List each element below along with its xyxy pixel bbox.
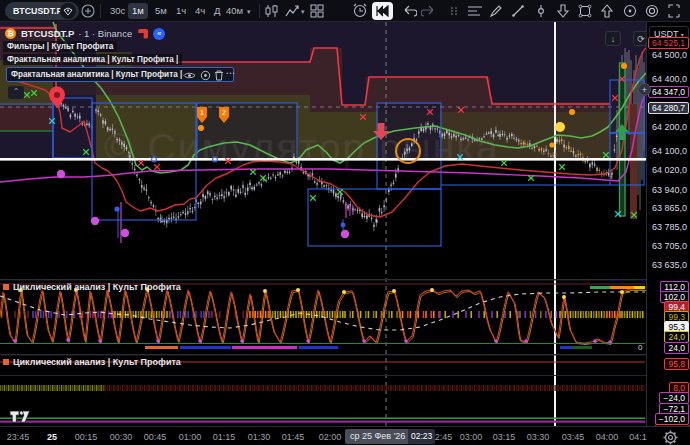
svg-text:2: 2 <box>222 109 226 116</box>
svg-text:1: 1 <box>200 109 204 116</box>
